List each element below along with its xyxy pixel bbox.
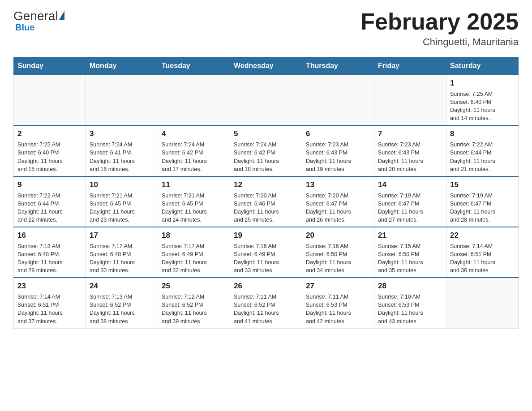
calendar-cell: 24Sunrise: 7:13 AM Sunset: 6:52 PM Dayli… (86, 278, 158, 328)
column-header-tuesday: Tuesday (158, 57, 230, 75)
day-info: Sunrise: 7:22 AM Sunset: 6:44 PM Dayligh… (17, 192, 82, 224)
calendar-cell: 17Sunrise: 7:17 AM Sunset: 6:48 PM Dayli… (86, 227, 158, 278)
calendar-cell (374, 75, 446, 125)
day-info: Sunrise: 7:14 AM Sunset: 6:51 PM Dayligh… (17, 293, 82, 325)
calendar-table: SundayMondayTuesdayWednesdayThursdayFrid… (13, 57, 519, 328)
week-row-3: 9Sunrise: 7:22 AM Sunset: 6:44 PM Daylig… (14, 176, 519, 227)
calendar-cell: 7Sunrise: 7:23 AM Sunset: 6:43 PM Daylig… (374, 125, 446, 176)
day-info: Sunrise: 7:11 AM Sunset: 6:53 PM Dayligh… (306, 293, 370, 325)
day-info: Sunrise: 7:25 AM Sunset: 6:40 PM Dayligh… (17, 141, 82, 173)
day-number: 26 (234, 281, 298, 291)
day-number: 7 (378, 128, 442, 139)
calendar-cell (230, 75, 302, 125)
calendar-cell: 2Sunrise: 7:25 AM Sunset: 6:40 PM Daylig… (14, 125, 86, 176)
day-info: Sunrise: 7:17 AM Sunset: 6:49 PM Dayligh… (162, 242, 226, 275)
day-info: Sunrise: 7:23 AM Sunset: 6:43 PM Dayligh… (306, 141, 370, 173)
day-info: Sunrise: 7:16 AM Sunset: 6:49 PM Dayligh… (234, 242, 298, 275)
day-number: 1 (450, 78, 515, 89)
day-info: Sunrise: 7:21 AM Sunset: 6:45 PM Dayligh… (90, 192, 154, 224)
day-info: Sunrise: 7:20 AM Sunset: 6:46 PM Dayligh… (234, 192, 298, 224)
day-info: Sunrise: 7:13 AM Sunset: 6:52 PM Dayligh… (90, 293, 154, 325)
calendar-cell: 9Sunrise: 7:22 AM Sunset: 6:44 PM Daylig… (14, 176, 86, 227)
calendar-cell: 27Sunrise: 7:11 AM Sunset: 6:53 PM Dayli… (302, 278, 374, 328)
day-number: 19 (234, 230, 298, 241)
day-info: Sunrise: 7:11 AM Sunset: 6:52 PM Dayligh… (234, 293, 298, 325)
logo-triangle-icon (59, 11, 64, 20)
calendar-title: February 2025 (360, 9, 519, 34)
day-number: 12 (234, 180, 298, 190)
day-info: Sunrise: 7:19 AM Sunset: 6:47 PM Dayligh… (378, 192, 442, 224)
day-number: 23 (17, 281, 82, 291)
day-number: 14 (378, 180, 442, 190)
day-info: Sunrise: 7:24 AM Sunset: 6:42 PM Dayligh… (162, 141, 226, 173)
day-number: 18 (162, 230, 226, 241)
calendar-cell: 1Sunrise: 7:25 AM Sunset: 6:40 PM Daylig… (446, 75, 519, 125)
calendar-cell (158, 75, 230, 125)
logo-general-text: General (13, 9, 58, 23)
calendar-cell: 21Sunrise: 7:15 AM Sunset: 6:50 PM Dayli… (374, 227, 446, 278)
week-row-5: 23Sunrise: 7:14 AM Sunset: 6:51 PM Dayli… (14, 278, 519, 328)
calendar-cell: 8Sunrise: 7:22 AM Sunset: 6:44 PM Daylig… (446, 125, 519, 176)
day-info: Sunrise: 7:17 AM Sunset: 6:48 PM Dayligh… (90, 242, 154, 275)
calendar-cell: 22Sunrise: 7:14 AM Sunset: 6:51 PM Dayli… (446, 227, 519, 278)
day-number: 10 (90, 180, 154, 190)
day-info: Sunrise: 7:20 AM Sunset: 6:47 PM Dayligh… (306, 192, 370, 224)
week-row-4: 16Sunrise: 7:18 AM Sunset: 6:48 PM Dayli… (14, 227, 519, 278)
day-number: 9 (17, 180, 82, 190)
calendar-cell (14, 75, 86, 125)
calendar-cell: 12Sunrise: 7:20 AM Sunset: 6:46 PM Dayli… (230, 176, 302, 227)
column-header-thursday: Thursday (302, 57, 374, 75)
calendar-subtitle: Chinguetti, Mauritania (360, 36, 519, 48)
calendar-cell: 26Sunrise: 7:11 AM Sunset: 6:52 PM Dayli… (230, 278, 302, 328)
calendar-cell: 10Sunrise: 7:21 AM Sunset: 6:45 PM Dayli… (86, 176, 158, 227)
week-row-1: 1Sunrise: 7:25 AM Sunset: 6:40 PM Daylig… (14, 75, 519, 125)
calendar-cell: 11Sunrise: 7:21 AM Sunset: 6:45 PM Dayli… (158, 176, 230, 227)
week-row-2: 2Sunrise: 7:25 AM Sunset: 6:40 PM Daylig… (14, 125, 519, 176)
day-info: Sunrise: 7:24 AM Sunset: 6:42 PM Dayligh… (234, 141, 298, 173)
calendar-cell: 23Sunrise: 7:14 AM Sunset: 6:51 PM Dayli… (14, 278, 86, 328)
column-header-monday: Monday (86, 57, 158, 75)
day-number: 16 (17, 230, 82, 241)
day-number: 11 (162, 180, 226, 190)
calendar-header: SundayMondayTuesdayWednesdayThursdayFrid… (14, 57, 519, 75)
calendar-cell (446, 278, 519, 328)
calendar-cell: 4Sunrise: 7:24 AM Sunset: 6:42 PM Daylig… (158, 125, 230, 176)
day-info: Sunrise: 7:15 AM Sunset: 6:50 PM Dayligh… (378, 242, 442, 275)
day-number: 4 (162, 128, 226, 139)
calendar-cell: 5Sunrise: 7:24 AM Sunset: 6:42 PM Daylig… (230, 125, 302, 176)
day-info: Sunrise: 7:23 AM Sunset: 6:43 PM Dayligh… (378, 141, 442, 173)
calendar-cell: 6Sunrise: 7:23 AM Sunset: 6:43 PM Daylig… (302, 125, 374, 176)
calendar-cell: 19Sunrise: 7:16 AM Sunset: 6:49 PM Dayli… (230, 227, 302, 278)
day-info: Sunrise: 7:24 AM Sunset: 6:41 PM Dayligh… (90, 141, 154, 173)
day-info: Sunrise: 7:25 AM Sunset: 6:40 PM Dayligh… (450, 90, 515, 123)
day-number: 2 (17, 128, 82, 139)
day-number: 22 (450, 230, 515, 241)
day-number: 28 (378, 281, 442, 291)
day-number: 20 (306, 230, 370, 241)
calendar-cell: 18Sunrise: 7:17 AM Sunset: 6:49 PM Dayli… (158, 227, 230, 278)
day-number: 25 (162, 281, 226, 291)
day-info: Sunrise: 7:19 AM Sunset: 6:47 PM Dayligh… (450, 192, 515, 224)
day-number: 3 (90, 128, 154, 139)
day-number: 21 (378, 230, 442, 241)
day-info: Sunrise: 7:10 AM Sunset: 6:53 PM Dayligh… (378, 293, 442, 325)
calendar-cell: 16Sunrise: 7:18 AM Sunset: 6:48 PM Dayli… (14, 227, 86, 278)
column-header-saturday: Saturday (446, 57, 519, 75)
day-info: Sunrise: 7:14 AM Sunset: 6:51 PM Dayligh… (450, 242, 515, 275)
day-number: 27 (306, 281, 370, 291)
day-info: Sunrise: 7:12 AM Sunset: 6:52 PM Dayligh… (162, 293, 226, 325)
logo: General Blue (13, 9, 64, 33)
page-header: General Blue February 2025 Chinguetti, M… (13, 9, 519, 48)
column-header-friday: Friday (374, 57, 446, 75)
calendar-cell: 14Sunrise: 7:19 AM Sunset: 6:47 PM Dayli… (374, 176, 446, 227)
day-number: 8 (450, 128, 515, 139)
day-info: Sunrise: 7:21 AM Sunset: 6:45 PM Dayligh… (162, 192, 226, 224)
calendar-cell: 20Sunrise: 7:16 AM Sunset: 6:50 PM Dayli… (302, 227, 374, 278)
day-number: 15 (450, 180, 515, 190)
calendar-cell: 3Sunrise: 7:24 AM Sunset: 6:41 PM Daylig… (86, 125, 158, 176)
column-header-wednesday: Wednesday (230, 57, 302, 75)
calendar-cell: 15Sunrise: 7:19 AM Sunset: 6:47 PM Dayli… (446, 176, 519, 227)
day-info: Sunrise: 7:18 AM Sunset: 6:48 PM Dayligh… (17, 242, 82, 275)
title-block: February 2025 Chinguetti, Mauritania (360, 9, 519, 48)
calendar-cell: 25Sunrise: 7:12 AM Sunset: 6:52 PM Dayli… (158, 278, 230, 328)
